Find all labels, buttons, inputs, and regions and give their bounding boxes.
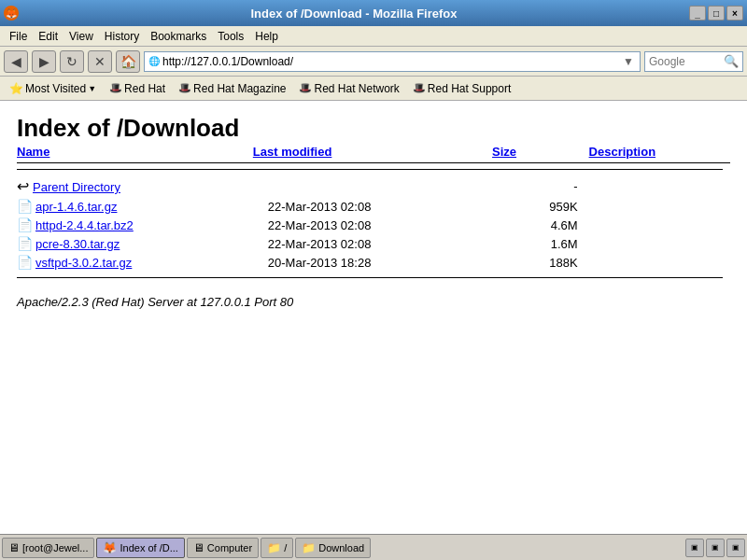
bookmark-red-hat[interactable]: 🎩 Red Hat <box>104 80 171 97</box>
search-input[interactable] <box>645 52 720 71</box>
table-header-row: Name Last modified Size Description <box>17 143 730 163</box>
computer-icon: 🖥 <box>193 541 204 554</box>
taskbar-item-firefox[interactable]: 🦊 Index of /D... <box>96 538 184 558</box>
terminal-icon: 🖥 <box>8 541 20 554</box>
titlebar-title: Index of /Download - Mozilla Firefox <box>19 7 689 21</box>
file-icon: 📄 <box>17 236 32 251</box>
menu-help[interactable]: Help <box>249 28 284 45</box>
file-size-cell: 1.6M <box>492 234 589 253</box>
file-name-cell: 📄vsftpd-3.0.2.tar.gz <box>17 253 253 272</box>
file-link[interactable]: apr-1.4.6.tar.gz <box>35 200 117 214</box>
file-modified-cell: 22-Mar-2013 02:08 <box>253 234 492 253</box>
taskbar-item-terminal[interactable]: 🖥 [root@Jewel... <box>2 538 94 558</box>
menu-tools[interactable]: Tools <box>212 28 249 45</box>
bookmark-red-hat-network-label: Red Hat Network <box>314 82 399 95</box>
bookmark-red-hat-magazine[interactable]: 🎩 Red Hat Magazine <box>173 80 291 97</box>
menubar: File Edit View History Bookmarks Tools H… <box>0 26 747 47</box>
file-table: Name Last modified Size Description ↩Par… <box>17 143 730 284</box>
file-desc-cell <box>589 253 730 272</box>
forward-button[interactable]: ▶ <box>32 50 56 73</box>
bookmark-red-hat-support[interactable]: 🎩 Red Hat Support <box>407 80 516 97</box>
search-bar: 🔍 <box>644 51 743 72</box>
sort-modified-link[interactable]: Last modified <box>253 145 332 159</box>
taskbar-item-computer[interactable]: 🖥 Computer <box>187 538 259 558</box>
toolbar: ◀ ▶ ↻ ✕ 🏠 🌐 ▼ 🔍 <box>0 47 747 77</box>
file-name-cell: 📄apr-1.4.6.tar.gz <box>17 197 253 216</box>
reload-button[interactable]: ↻ <box>60 50 84 73</box>
close-button[interactable]: × <box>726 6 743 21</box>
redhat-mag-icon: 🎩 <box>178 82 191 94</box>
file-name-cell: ↩Parent Directory <box>17 175 253 197</box>
titlebar-left: 🦊 <box>4 6 19 21</box>
taskbar-item-root[interactable]: 📁 / <box>261 538 293 558</box>
url-input[interactable] <box>162 55 621 68</box>
redhat-net-icon: 🎩 <box>299 82 312 94</box>
bookmark-red-hat-network[interactable]: 🎩 Red Hat Network <box>293 80 404 97</box>
file-desc-cell <box>589 197 730 216</box>
stop-button[interactable]: ✕ <box>88 50 112 73</box>
file-icon: 📄 <box>17 217 32 232</box>
chevron-down-icon: ▼ <box>88 84 96 93</box>
star-icon: ⭐ <box>9 82 23 95</box>
file-size-cell: 4.6M <box>492 216 589 234</box>
taskbar-computer-label: Computer <box>207 542 252 553</box>
taskbar-btn-3[interactable]: ▣ <box>726 539 745 557</box>
maximize-button[interactable]: □ <box>708 6 725 21</box>
table-row: 📄apr-1.4.6.tar.gz22-Mar-2013 02:08959K <box>17 197 730 216</box>
search-button[interactable]: 🔍 <box>720 54 742 68</box>
taskbar-root-label: / <box>284 542 287 553</box>
file-size-cell: 188K <box>492 253 589 272</box>
taskbar-download-label: Download <box>318 542 364 553</box>
col-description: Description <box>589 143 730 163</box>
file-link[interactable]: Parent Directory <box>33 180 120 194</box>
content-area: Index of /Download Name Last modified Si… <box>0 101 747 539</box>
taskbar-terminal-label: [root@Jewel... <box>22 542 88 553</box>
titlebar: 🦊 Index of /Download - Mozilla Firefox _… <box>0 0 747 26</box>
bookmark-red-hat-support-label: Red Hat Support <box>428 82 511 95</box>
file-icon: 📄 <box>17 255 32 270</box>
col-modified: Last modified <box>253 143 492 163</box>
menu-file[interactable]: File <box>4 28 33 45</box>
col-name: Name <box>17 143 253 163</box>
sort-desc-link[interactable]: Description <box>589 145 656 159</box>
folder-icon: ↩ <box>17 178 29 194</box>
table-row: 📄httpd-2.4.4.tar.bz222-Mar-2013 02:084.6… <box>17 216 730 234</box>
sort-size-link[interactable]: Size <box>492 145 516 159</box>
table-row: 📄vsftpd-3.0.2.tar.gz20-Mar-2013 18:28188… <box>17 253 730 272</box>
firefox-icon: 🦊 <box>4 6 19 21</box>
url-bar: 🌐 ▼ <box>144 51 641 72</box>
taskbar-item-download[interactable]: 📁 Download <box>295 538 371 558</box>
folder-download-icon: 📁 <box>302 541 316 554</box>
minimize-button[interactable]: _ <box>689 6 706 21</box>
bookmarks-bar: ⭐ Most Visited ▼ 🎩 Red Hat 🎩 Red Hat Mag… <box>0 77 747 101</box>
menu-view[interactable]: View <box>63 28 99 45</box>
file-desc-cell <box>589 175 730 197</box>
back-button[interactable]: ◀ <box>4 50 28 73</box>
page-title: Index of /Download <box>17 114 730 143</box>
file-modified-cell <box>253 175 492 197</box>
menu-edit[interactable]: Edit <box>33 28 63 45</box>
file-name-cell: 📄pcre-8.30.tar.gz <box>17 234 253 253</box>
redhat-sup-icon: 🎩 <box>413 82 426 94</box>
sort-name-link[interactable]: Name <box>17 145 49 159</box>
file-link[interactable]: vsftpd-3.0.2.tar.gz <box>35 256 132 270</box>
menu-history[interactable]: History <box>99 28 145 45</box>
url-dropdown-button[interactable]: ▼ <box>621 55 636 68</box>
file-link[interactable]: pcre-8.30.tar.gz <box>35 237 120 251</box>
file-name-cell: 📄httpd-2.4.4.tar.bz2 <box>17 216 253 234</box>
file-desc-cell <box>589 234 730 253</box>
folder-root-icon: 📁 <box>267 541 281 554</box>
menu-bookmarks[interactable]: Bookmarks <box>145 28 212 45</box>
file-desc-cell <box>589 216 730 234</box>
file-modified-cell: 22-Mar-2013 02:08 <box>253 216 492 234</box>
file-size-cell: - <box>492 175 589 197</box>
taskbar-btn-2[interactable]: ▣ <box>706 539 725 557</box>
taskbar-btn-1[interactable]: ▣ <box>685 539 704 557</box>
file-link[interactable]: httpd-2.4.4.tar.bz2 <box>35 218 134 232</box>
home-button[interactable]: 🏠 <box>116 50 140 73</box>
table-row: ↩Parent Directory- <box>17 175 730 197</box>
file-modified-cell: 22-Mar-2013 02:08 <box>253 197 492 216</box>
file-table-body: ↩Parent Directory-📄apr-1.4.6.tar.gz22-Ma… <box>17 175 730 272</box>
titlebar-buttons: _ □ × <box>689 6 743 21</box>
bookmark-most-visited[interactable]: ⭐ Most Visited ▼ <box>4 80 102 97</box>
